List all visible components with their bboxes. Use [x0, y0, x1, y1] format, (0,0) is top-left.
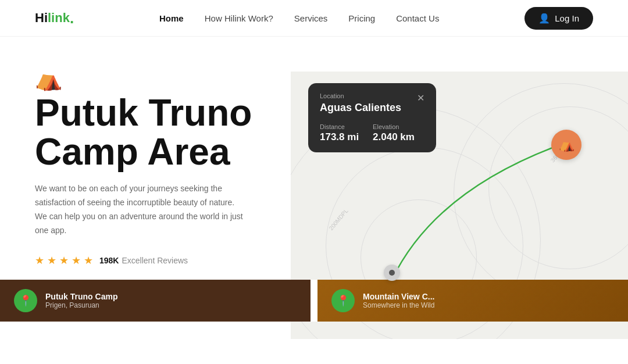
logo-dot: .: [70, 9, 74, 27]
nav-links: Home How Hilink Work? Services Pricing C…: [159, 13, 439, 23]
hero-section: ⛺ Putuk Truno Camp Area We want to be on…: [0, 37, 628, 322]
star-4: ★: [72, 254, 81, 267]
putuk-icon-wrap: 📍: [14, 289, 37, 312]
hero-description: We want to be on each of your journeys s…: [35, 182, 244, 237]
bottom-card-putuk[interactable]: 📍 Putuk Truno Camp Prigen, Pasuruan: [0, 280, 311, 322]
navbar: Hilink. Home How Hilink Work? Services P…: [0, 0, 628, 37]
logo[interactable]: Hilink.: [35, 9, 74, 27]
reviews-count: 198K: [99, 256, 119, 265]
hero-title: Putuk Truno Camp Area: [35, 94, 252, 172]
reviews-label: Excellent Reviews: [122, 256, 188, 265]
location-label: Location: [320, 92, 401, 99]
hero-title-line1: Putuk Truno: [35, 92, 252, 134]
putuk-title: Putuk Truno Camp: [45, 292, 117, 301]
star-1: ★: [35, 254, 44, 267]
login-button[interactable]: 👤 Log In: [524, 7, 593, 30]
start-pin-dot: [389, 270, 395, 276]
location-name: Aguas Calientes: [320, 102, 401, 114]
close-icon[interactable]: ✕: [417, 92, 424, 104]
logo-hi: Hi: [35, 10, 48, 26]
nav-contact[interactable]: Contact Us: [396, 13, 439, 23]
tent-emoji: ⛺: [35, 66, 252, 91]
location-pin-icon-1: 📍: [19, 294, 32, 307]
star-3: ★: [59, 254, 69, 267]
login-label: Log In: [555, 13, 579, 23]
nav-pricing[interactable]: Pricing: [348, 13, 375, 23]
map-area: 200MDPL 3600MDPL ⛺ Location Aguas: [291, 72, 628, 339]
destination-pin: ⛺: [551, 130, 581, 160]
nav-services[interactable]: Services: [294, 13, 328, 23]
distance-value: 173.8 mi: [320, 131, 359, 143]
hero-title-line2: Camp Area: [35, 131, 230, 173]
elevation-label: Elevation: [373, 123, 415, 130]
nav-how[interactable]: How Hilink Work?: [205, 13, 273, 23]
location-card: Location Aguas Calientes ✕ Distance 173.…: [308, 83, 436, 152]
distance-label: Distance: [320, 123, 359, 130]
putuk-subtitle: Prigen, Pasuruan: [45, 301, 117, 309]
reviews-row: ★ ★ ★ ★ ★ 198K Excellent Reviews: [35, 254, 252, 267]
elevation-stat: Elevation 2.040 km: [373, 123, 415, 143]
location-card-header: Location Aguas Calientes ✕: [320, 92, 424, 121]
destination-tent-icon: ⛺: [559, 137, 575, 152]
user-icon: 👤: [538, 13, 550, 24]
map-background: 200MDPL 3600MDPL ⛺ Location Aguas: [291, 72, 628, 339]
hero-left: ⛺ Putuk Truno Camp Area We want to be on…: [35, 66, 252, 306]
location-stats: Distance 173.8 mi Elevation 2.040 km: [320, 123, 424, 143]
star-2: ★: [47, 254, 56, 267]
logo-link: link: [48, 10, 70, 26]
star-5: ★: [84, 254, 93, 267]
distance-stat: Distance 173.8 mi: [320, 123, 359, 143]
start-pin: [384, 265, 400, 281]
putuk-info: Putuk Truno Camp Prigen, Pasuruan: [45, 292, 117, 309]
elevation-value: 2.040 km: [373, 131, 415, 143]
nav-home[interactable]: Home: [159, 13, 184, 23]
